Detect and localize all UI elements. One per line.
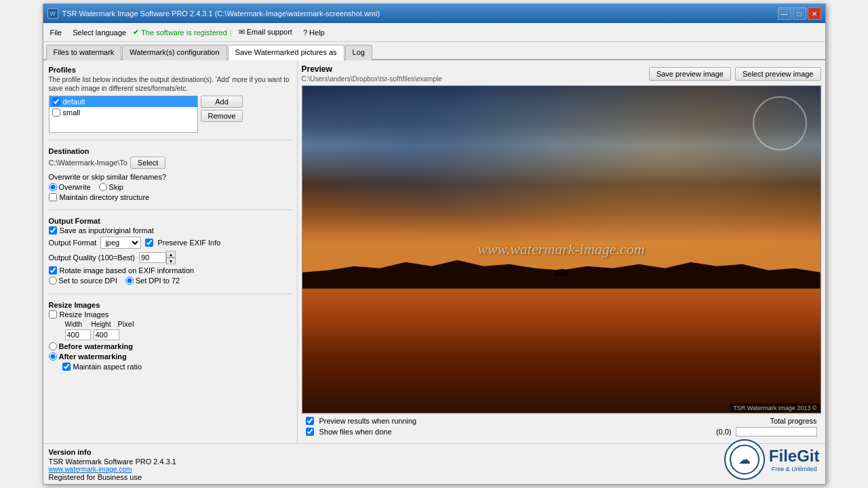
- destination-path: C:\Watermark-Image\To: [49, 159, 127, 167]
- maintain-dir-row: Maintain directory structure: [49, 193, 292, 201]
- after-watermark-radio[interactable]: [49, 352, 57, 361]
- preserve-exif-checkbox[interactable]: [145, 239, 153, 247]
- after-watermark-group: After watermarking: [49, 352, 292, 361]
- format-row: Output Format jpeg png bmp Preserve EXIF…: [49, 237, 292, 249]
- tab-files-to-watermark[interactable]: Files to watermark: [46, 45, 122, 60]
- set-dpi-72-radio[interactable]: [125, 277, 134, 285]
- after-watermark-radio-item[interactable]: After watermarking: [49, 352, 127, 361]
- profile-small-checkbox[interactable]: [52, 108, 60, 117]
- help-menu[interactable]: ? Help: [299, 27, 329, 38]
- profiles-desc: The profile list below includes the outp…: [49, 75, 292, 93]
- maintain-dir-checkbox[interactable]: [49, 193, 57, 201]
- profile-buttons: Add Remove: [201, 96, 243, 122]
- set-dpi-72-radio-item[interactable]: Set DPI to 72: [125, 277, 180, 285]
- tab-log[interactable]: Log: [345, 45, 372, 60]
- profile-row: default small Add Remove: [49, 96, 292, 133]
- registered-text: The software is registered: [141, 28, 227, 37]
- overwrite-radio-group: Overwrite Skip: [49, 183, 292, 191]
- main-content: Profiles The profile list below includes…: [43, 60, 825, 443]
- total-progress-label: Total progress: [770, 417, 816, 425]
- source-dpi-radio-item[interactable]: Set to source DPI: [49, 277, 117, 285]
- destination-select-button[interactable]: Select: [130, 157, 166, 169]
- email-support-menu[interactable]: ✉ Email support: [235, 26, 296, 38]
- profile-default-checkbox[interactable]: [52, 98, 60, 106]
- maintain-aspect-checkbox[interactable]: [62, 363, 71, 371]
- rotate-exif-checkbox[interactable]: [49, 266, 57, 274]
- dim-labels-row: Width Height Pixel: [49, 320, 292, 328]
- rotate-exif-label: Rotate image based on EXIF information: [60, 266, 195, 274]
- tab-watermarks-config[interactable]: Watermark(s) configuration: [122, 45, 226, 60]
- save-as-input-label: Save as input/original format: [60, 226, 154, 235]
- overwrite-radio-label: Overwrite: [59, 183, 91, 191]
- destination-section: Destination C:\Watermark-Image\To Select: [49, 147, 292, 169]
- save-preview-button[interactable]: Save preview image: [649, 67, 731, 81]
- version-link[interactable]: www.watermark-image.com: [49, 466, 176, 473]
- save-as-input-checkbox[interactable]: [49, 226, 57, 235]
- preview-image-container: www.watermark-image.com TSR Watermark Im…: [302, 85, 821, 413]
- before-watermark-radio-item[interactable]: Before watermarking: [49, 342, 133, 350]
- source-dpi-radio[interactable]: [49, 277, 57, 285]
- format-select[interactable]: jpeg png bmp: [100, 237, 141, 249]
- preview-running-checkbox[interactable]: [306, 417, 314, 425]
- select-preview-button[interactable]: Select preview image: [735, 67, 821, 81]
- tabs-bar: Files to watermark Watermark(s) configur…: [43, 43, 825, 60]
- select-language-menu[interactable]: Select language: [68, 27, 130, 38]
- minimize-button[interactable]: —: [778, 7, 791, 20]
- width-col-label: Width: [65, 321, 89, 328]
- profile-item-default[interactable]: default: [50, 96, 197, 107]
- quality-input[interactable]: [139, 252, 166, 263]
- profile-item-small[interactable]: small: [50, 107, 197, 118]
- app-icon: W: [47, 8, 58, 19]
- show-files-checkbox[interactable]: [306, 428, 314, 436]
- separator1: |: [230, 28, 232, 37]
- overwrite-radio-item[interactable]: Overwrite: [49, 183, 91, 191]
- skip-radio[interactable]: [99, 183, 107, 191]
- preview-buttons: Save preview image Select preview image: [649, 67, 821, 81]
- spinner-buttons: ▲ ▼: [166, 251, 176, 264]
- titlebar-buttons: — □ ✕: [778, 7, 821, 20]
- profile-list[interactable]: default small: [49, 96, 198, 133]
- file-menu[interactable]: File: [46, 27, 66, 38]
- titlebar: W TSR Watermark Image Software PRO 2.4.3…: [43, 4, 825, 23]
- copyright-bar: TSR Watermark Image 2013 ©: [730, 403, 820, 413]
- resize-timing-group: Before watermarking: [49, 342, 292, 350]
- overwrite-radio[interactable]: [49, 183, 57, 191]
- output-format-label: Output Format: [49, 217, 292, 225]
- help-icon: ?: [303, 28, 309, 37]
- remove-profile-button[interactable]: Remove: [201, 110, 243, 122]
- profile-small-label: small: [63, 108, 81, 117]
- set-dpi-72-label: Set DPI to 72: [136, 277, 180, 285]
- progress-bar-container: [736, 427, 817, 436]
- add-profile-button[interactable]: Add: [201, 96, 243, 108]
- height-input[interactable]: [94, 329, 119, 340]
- resize-images-checkbox[interactable]: [49, 310, 57, 319]
- maximize-button[interactable]: □: [793, 7, 806, 20]
- skip-radio-item[interactable]: Skip: [99, 183, 123, 191]
- quality-label: Output Quality (100=Best): [49, 253, 135, 262]
- profiles-label: Profiles: [49, 66, 292, 74]
- main-window: W TSR Watermark Image Software PRO 2.4.3…: [43, 3, 826, 485]
- version-text: TSR Watermark Software PRO 2.4.3.1: [49, 458, 176, 466]
- dim-inputs-row: [49, 329, 292, 340]
- pixel-col-label: Pixel: [118, 320, 134, 328]
- before-watermark-radio[interactable]: [49, 342, 57, 350]
- check-icon: ✔: [133, 28, 139, 37]
- preserve-exif-label: Preserve EXIF Info: [157, 239, 220, 247]
- filegit-logo-circle: ☁: [724, 439, 765, 480]
- output-format-section: Output Format Save as input/original for…: [49, 217, 292, 287]
- show-files-label: Show files when done: [319, 428, 711, 436]
- profiles-section: Profiles The profile list below includes…: [49, 66, 292, 133]
- quality-down-button[interactable]: ▼: [166, 258, 176, 264]
- quality-up-button[interactable]: ▲: [166, 251, 176, 258]
- close-button[interactable]: ✕: [808, 7, 821, 20]
- tab-save-watermarked[interactable]: Save Watermarked pictures as: [228, 45, 344, 60]
- dest-row: C:\Watermark-Image\To Select: [49, 157, 292, 169]
- total-progress: Total progress: [770, 417, 816, 425]
- width-input[interactable]: [65, 329, 91, 340]
- resize-images-row: Resize Images: [49, 310, 292, 319]
- right-panel: Preview C:\Users\anders\Dropbox\tsr-soft…: [298, 60, 825, 443]
- filegit-branding: ☁ FileGit Free & Unlimited: [724, 439, 820, 480]
- height-col-label: Height: [92, 321, 115, 328]
- resize-images-label: Resize Images: [60, 310, 109, 319]
- maintain-aspect-row: Maintain aspect ratio: [62, 363, 292, 371]
